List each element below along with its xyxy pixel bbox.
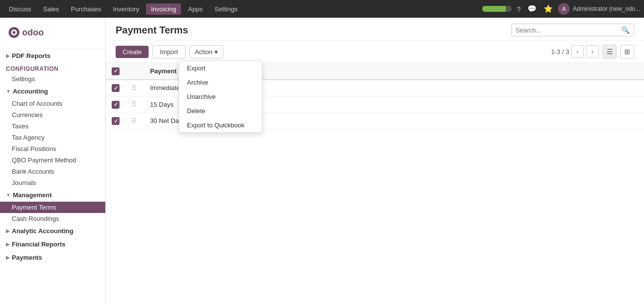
action-button-label: Action (195, 48, 213, 56)
svg-text:odoo: odoo (22, 28, 44, 37)
sidebar-item-payment-terms[interactable]: Payment Terms (0, 202, 105, 213)
drag-handle-header (125, 63, 144, 80)
create-button[interactable]: Create (116, 46, 149, 58)
chat-icon[interactable]: 💬 (525, 2, 539, 15)
sidebar-item-currencies[interactable]: Currencies (0, 109, 105, 121)
sidebar-section-analytic[interactable]: ▶ Analytic Accounting (0, 224, 105, 238)
drag-handle-icon[interactable]: ⠿ (131, 100, 136, 108)
dropdown-export[interactable]: Export (179, 61, 262, 75)
action-button[interactable]: Action ▾ (189, 45, 223, 59)
pdf-reports-label: PDF Reports (12, 52, 51, 60)
page-header: Payment Terms 🔍 (106, 18, 644, 41)
analytic-caret: ▶ (6, 228, 10, 234)
header-checkbox-cell[interactable] (106, 63, 125, 80)
sidebar-item-taxes[interactable]: Taxes (0, 121, 105, 132)
grid-view-button[interactable]: ⊞ (620, 45, 634, 59)
sidebar-item-cash-roundings[interactable]: Cash Roundings (0, 213, 105, 224)
analytic-label: Analytic Accounting (12, 227, 73, 235)
logo[interactable]: odoo (0, 18, 105, 49)
financial-reports-caret: ▶ (6, 242, 10, 247)
help-icon[interactable]: ? (515, 3, 522, 15)
content-area: Payment Terms 🔍 Create Import Action ▾ E… (106, 18, 644, 304)
loading-progress (482, 6, 512, 12)
sidebar-item-bank-accounts[interactable]: Bank Accounts (0, 166, 105, 177)
row-checkbox-cell[interactable] (106, 113, 125, 129)
drag-handle-cell[interactable]: ⠿ (125, 80, 144, 96)
dropdown-export-quickbook[interactable]: Export to Quickbook (179, 118, 262, 132)
drag-handle-cell[interactable]: ⠿ (125, 113, 144, 129)
accounting-caret: ▼ (6, 89, 11, 94)
search-icon[interactable]: 🔍 (621, 26, 630, 34)
sidebar-section-financial-reports[interactable]: ▶ Financial Reports (0, 238, 105, 251)
sidebar-section-management[interactable]: ▼ Management (0, 188, 105, 202)
sidebar-item-qbo-payment-method[interactable]: QBO Payment Method (0, 154, 105, 166)
sidebar-section-pdf-reports[interactable]: ▶ PDF Reports (0, 49, 105, 62)
select-all-checkbox[interactable] (112, 67, 120, 75)
search-input[interactable] (516, 27, 621, 34)
action-dropdown-menu: Export Archive Unarchive Delete Export t… (179, 61, 262, 133)
sidebar-item-journals[interactable]: Journals (0, 177, 105, 188)
dropdown-unarchive[interactable]: Unarchive (179, 90, 262, 104)
list-view-button[interactable]: ☰ (603, 45, 616, 59)
row-checkbox-2[interactable] (112, 117, 120, 125)
row-checkbox-cell[interactable] (106, 96, 125, 113)
pagination-text: 1-3 / 3 (551, 48, 569, 56)
import-button[interactable]: Import (153, 45, 185, 59)
next-page-button[interactable]: › (586, 45, 599, 58)
svg-point-2 (13, 31, 16, 34)
row-checkbox-1[interactable] (112, 101, 120, 109)
drag-handle-cell[interactable]: ⠿ (125, 96, 144, 113)
dropdown-archive[interactable]: Archive (179, 75, 262, 90)
sidebar: odoo ▶ PDF Reports Configuration Setting… (0, 18, 106, 304)
configuration-header: Configuration (0, 62, 105, 73)
drag-handle-icon[interactable]: ⠿ (131, 84, 136, 92)
user-menu[interactable]: A Administrator (new_odo... (558, 3, 640, 15)
nav-sales[interactable]: Sales (38, 3, 64, 15)
nav-purchases[interactable]: Purchases (66, 3, 106, 15)
page-title: Payment Terms (116, 25, 188, 36)
toolbar: Create Import Action ▾ Export Archive Un… (106, 41, 644, 63)
star-icon[interactable]: ⭐ (542, 2, 555, 15)
sidebar-item-tax-agency[interactable]: Tax Agency (0, 132, 105, 143)
nav-invoicing[interactable]: Invoicing (146, 3, 181, 15)
sidebar-item-settings[interactable]: Settings (0, 73, 105, 85)
avatar: A (558, 3, 570, 15)
sidebar-section-payments[interactable]: ▶ Payments (0, 251, 105, 264)
nav-inventory[interactable]: Inventory (108, 3, 144, 15)
payments-label: Payments (12, 254, 42, 261)
prev-page-button[interactable]: ‹ (571, 45, 584, 58)
nav-settings[interactable]: Settings (210, 3, 243, 15)
search-bar[interactable]: 🔍 (511, 24, 634, 36)
nav-apps[interactable]: Apps (183, 3, 208, 15)
dropdown-delete[interactable]: Delete (179, 104, 262, 118)
top-navigation: Discuss Sales Purchases Inventory Invoic… (0, 0, 644, 18)
drag-handle-icon[interactable]: ⠿ (131, 117, 136, 125)
action-dropdown-caret: ▾ (215, 48, 218, 56)
sidebar-item-fiscal-positions[interactable]: Fiscal Positions (0, 143, 105, 154)
pdf-reports-caret: ▶ (6, 53, 10, 59)
nav-discuss[interactable]: Discuss (4, 3, 36, 15)
row-checkbox-0[interactable] (112, 84, 120, 92)
accounting-label: Accounting (13, 88, 48, 95)
payments-caret: ▶ (6, 255, 10, 260)
sidebar-section-accounting[interactable]: ▼ Accounting (0, 85, 105, 98)
username: Administrator (new_odo... (573, 5, 640, 12)
row-checkbox-cell[interactable] (106, 80, 125, 96)
financial-reports-label: Financial Reports (12, 241, 65, 248)
sidebar-item-chart-of-accounts[interactable]: Chart of Accounts (0, 98, 105, 109)
main-layout: odoo ▶ PDF Reports Configuration Setting… (0, 18, 644, 304)
management-caret: ▼ (6, 192, 11, 198)
management-label: Management (13, 191, 52, 199)
pagination: 1-3 / 3 ‹ › (551, 45, 599, 58)
